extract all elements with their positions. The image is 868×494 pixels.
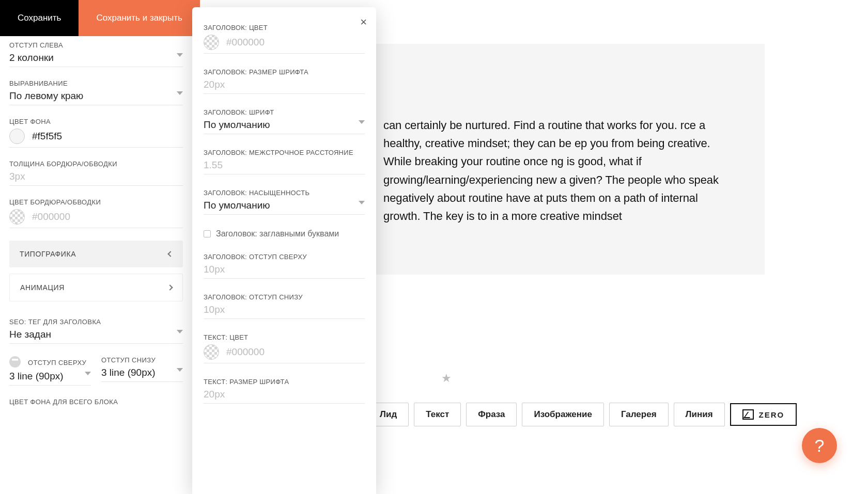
border-width-field[interactable] [9, 171, 183, 182]
element-toolbar: Лид Текст Фраза Изображение Галерея Лини… [368, 403, 797, 426]
seo-tag-label: SEO: ТЕГ ДЛЯ ЗАГОЛОВКА [9, 318, 183, 326]
close-icon[interactable]: × [360, 17, 367, 28]
title-mb-label: ЗАГОЛОВОК: ОТСТУП СНИЗУ [204, 293, 365, 301]
title-size-input[interactable]: 20px [204, 79, 365, 94]
zero-label: ZERO [759, 410, 785, 419]
bg-color-label: ЦВЕТ ФОНА [9, 118, 183, 125]
pad-bottom-value: 3 line (90px) [101, 367, 183, 378]
title-lh-label: ЗАГОЛОВОК: МЕЖСТРОЧНОЕ РАССТОЯНИЕ [204, 149, 365, 156]
title-mb-input[interactable]: 10px [204, 304, 365, 319]
add-line-button[interactable]: Линия [674, 403, 725, 426]
indent-left-select[interactable]: 2 колонки [9, 52, 183, 67]
bg-color-value: #f5f5f5 [32, 131, 183, 142]
bg-color-swatch-icon[interactable] [9, 129, 25, 144]
zero-icon [742, 409, 754, 420]
title-lh-placeholder: 1.55 [204, 160, 365, 171]
border-width-input[interactable] [9, 171, 183, 186]
text-color-placeholder: #000000 [226, 346, 365, 358]
title-mt-placeholder: 10px [204, 264, 365, 275]
chevron-down-icon [359, 201, 365, 204]
border-color-field[interactable] [32, 211, 183, 222]
text-size-input[interactable]: 20px [204, 389, 365, 404]
title-mb-placeholder: 10px [204, 304, 365, 315]
title-color-placeholder: #000000 [226, 37, 365, 48]
add-phrase-button[interactable]: Фраза [466, 403, 517, 426]
title-uppercase-checkbox[interactable]: Заголовок: заглавными буквами [204, 229, 365, 238]
align-value: По левому краю [9, 90, 183, 102]
accordion-animation-title: АНИМАЦИЯ [20, 283, 65, 292]
chevron-down-icon [177, 330, 183, 333]
chevron-right-icon [167, 284, 173, 290]
title-weight-value: По умолчанию [204, 200, 365, 211]
chevron-left-icon [167, 251, 173, 257]
bg-color-input[interactable]: #f5f5f5 [9, 129, 183, 148]
checkbox-icon [204, 230, 211, 237]
text-color-label: ТЕКСТ: ЦВЕТ [204, 333, 365, 341]
chevron-down-icon [177, 91, 183, 95]
align-select[interactable]: По левому краю [9, 90, 183, 105]
star-icon[interactable]: ★ [441, 372, 452, 385]
text-size-placeholder: 20px [204, 389, 365, 400]
title-size-label: ЗАГОЛОВОК: РАЗМЕР ШРИФТА [204, 68, 365, 76]
title-font-select[interactable]: По умолчанию [204, 119, 365, 134]
save-button[interactable]: Сохранить [0, 0, 79, 36]
indent-left-label: ОТСТУП СЛЕВА [9, 41, 183, 49]
text-color-input[interactable]: #000000 [204, 344, 365, 363]
title-size-placeholder: 20px [204, 79, 365, 90]
chevron-down-icon [177, 368, 183, 372]
chevron-down-icon [177, 53, 183, 57]
title-weight-label: ЗАГОЛОВОК: НАСЫЩЕННОСТЬ [204, 189, 365, 197]
pad-bottom-label: ОТСТУП СНИЗУ [101, 356, 183, 364]
border-color-label: ЦВЕТ БОРДЮРА/ОБВОДКИ [9, 198, 183, 206]
pad-top-label: ОТСТУП СВЕРХУ [9, 356, 91, 368]
block-bg-label: ЦВЕТ ФОНА ДЛЯ ВСЕГО БЛОКА [9, 398, 183, 406]
svg-rect-0 [12, 359, 18, 361]
settings-sidebar: ОТСТУП СЛЕВА 2 колонки ВЫРАВНИВАНИЕ По л… [0, 0, 192, 494]
seo-tag-value: Не задан [9, 329, 183, 340]
add-text-button[interactable]: Текст [414, 403, 461, 426]
add-zero-button[interactable]: ZERO [730, 403, 797, 426]
accordion-typography-title: ТИПОГРАФИКА [20, 250, 76, 258]
save-close-button[interactable]: Сохранить и закрыть [79, 0, 199, 36]
pad-bottom-select[interactable]: 3 line (90px) [101, 367, 183, 382]
title-color-label: ЗАГОЛОВОК: ЦВЕТ [204, 24, 365, 31]
title-mt-label: ЗАГОЛОВОК: ОТСТУП СВЕРХУ [204, 253, 365, 261]
text-size-label: ТЕКСТ: РАЗМЕР ШРИФТА [204, 378, 365, 386]
title-font-value: По умолчанию [204, 119, 365, 131]
pad-top-select[interactable]: 3 line (90px) [9, 371, 91, 386]
title-weight-select[interactable]: По умолчанию [204, 200, 365, 215]
chevron-down-icon [359, 120, 365, 124]
title-mt-input[interactable]: 10px [204, 264, 365, 279]
add-image-button[interactable]: Изображение [522, 403, 603, 426]
text-color-swatch-icon[interactable] [204, 344, 219, 360]
add-gallery-button[interactable]: Галерея [609, 403, 669, 426]
title-lh-input[interactable]: 1.55 [204, 160, 365, 174]
border-width-label: ТОЛЩИНА БОРДЮРА/ОБВОДКИ [9, 160, 183, 168]
title-font-label: ЗАГОЛОВОК: ШРИФТ [204, 108, 365, 116]
title-color-swatch-icon[interactable] [204, 35, 219, 50]
align-label: ВЫРАВНИВАНИЕ [9, 79, 183, 87]
pad-top-value: 3 line (90px) [9, 371, 91, 382]
accordion-typography[interactable]: ТИПОГРАФИКА [9, 241, 183, 267]
typography-popup: × ЗАГОЛОВОК: ЦВЕТ #000000 ЗАГОЛОВОК: РАЗ… [192, 7, 376, 494]
accordion-animation[interactable]: АНИМАЦИЯ [9, 274, 183, 301]
border-color-swatch-icon[interactable] [9, 209, 25, 225]
border-color-input[interactable] [9, 209, 183, 228]
chevron-down-icon [85, 372, 91, 375]
help-button[interactable]: ? [802, 428, 837, 463]
title-color-input[interactable]: #000000 [204, 35, 365, 54]
seo-tag-select[interactable]: Не задан [9, 329, 183, 344]
indent-left-value: 2 колонки [9, 52, 183, 63]
padding-top-icon [9, 356, 21, 368]
title-uppercase-label: Заголовок: заглавными буквами [216, 229, 339, 238]
